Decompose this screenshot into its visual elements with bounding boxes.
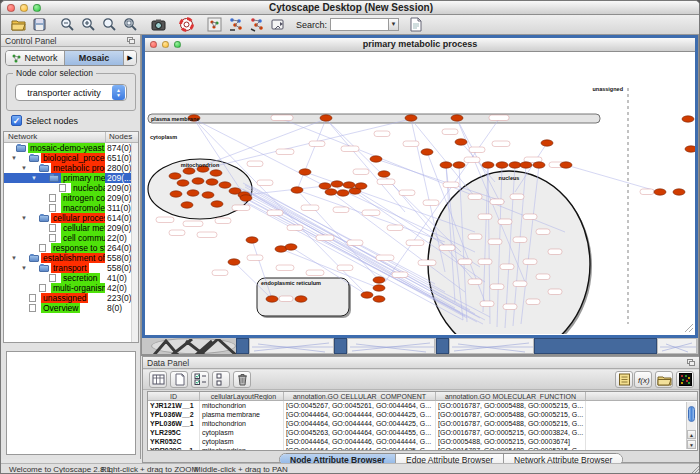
tree-row[interactable]: mosaic-demo-yeast874(0)	[4, 143, 138, 153]
table-row[interactable]: YJR121W__1mitochondrion[GO:0045267, GO:0…	[148, 401, 697, 410]
table-cell[interactable]: plasma membrane	[200, 410, 284, 419]
zoom-in-icon[interactable]	[80, 16, 97, 33]
zoom-out-icon[interactable]	[59, 16, 76, 33]
column-header[interactable]: annotation.GO CELLULAR_COMPONENT	[284, 392, 436, 401]
network-canvas[interactable]: plasma membranecytoplasmmitochondrionnuc…	[145, 52, 695, 334]
table-cell[interactable]: [GO:0044464, GO:0044444, GO:0044425, G..…	[284, 419, 436, 428]
background-window-fragment[interactable]	[236, 338, 249, 354]
view-settings-icon[interactable]	[269, 16, 286, 33]
scroll-down-icon[interactable]: ▼	[687, 440, 696, 449]
background-window-fragment[interactable]	[249, 338, 334, 354]
tree-row[interactable]: nitrogen compo209(0)	[4, 193, 138, 203]
scroll-up-icon[interactable]: ▲	[687, 430, 696, 439]
tree-row[interactable]: unassigned223(0)	[4, 293, 138, 303]
table-cell[interactable]	[586, 428, 697, 437]
tree-row[interactable]: ▼primary metabol209(...	[4, 173, 138, 183]
table-cell[interactable]	[586, 446, 697, 451]
background-window-fragment[interactable]	[534, 338, 657, 354]
column-header[interactable]: _cellularLayoutRegion	[200, 392, 284, 401]
table-cell[interactable]: mitochondrion	[200, 401, 284, 410]
table-cell[interactable]: [GO:0005488, GO:0005215, GO:0003674]	[436, 437, 586, 446]
window-titlebar[interactable]: Cytoscape Desktop (New Session)	[1, 1, 700, 15]
table-scrollbar-thumb[interactable]	[688, 406, 695, 422]
table-cell[interactable]: YPL036W__2	[148, 410, 200, 419]
attribute-document-icon[interactable]	[407, 16, 424, 33]
zoom-fit-icon[interactable]	[122, 16, 139, 33]
table-cell[interactable]: mitochondrion	[200, 419, 284, 428]
disclosure-triangle-icon[interactable]: ▼	[31, 175, 37, 181]
table-cell[interactable]: [GO:0044464, GO:0044444, GO:0044425, G..…	[284, 446, 436, 451]
table-cell[interactable]: YLR295C	[148, 428, 200, 437]
open-file-icon[interactable]	[10, 16, 27, 33]
tree-row[interactable]: nucleobase-209(0)	[4, 183, 138, 193]
snapshot-camera-icon[interactable]	[150, 16, 167, 33]
select-attributes-icon[interactable]	[191, 371, 209, 388]
network-view-titlebar[interactable]: primary metabolic process	[145, 38, 695, 52]
table-cell[interactable]: [GO:0044464, GO:0044446, GO:0044444, G..…	[284, 437, 436, 446]
tree-row[interactable]: cellular metabol209(0)	[4, 223, 138, 233]
search-input[interactable]	[330, 18, 388, 31]
formula-builder-icon[interactable]: f(x)	[634, 371, 652, 388]
table-cell[interactable]: YPL036W__1	[148, 419, 200, 428]
table-row[interactable]: YPL036W__2plasma membrane[GO:0044464, GO…	[148, 410, 697, 419]
table-row[interactable]: YLR295Ccytoplasm[GO:0045263, GO:0044464,…	[148, 428, 697, 437]
tree-row[interactable]: secretion41(0)	[4, 273, 138, 283]
column-header[interactable]: ID	[148, 392, 200, 401]
tree-row[interactable]: multi-organism pro42(0)	[4, 283, 138, 293]
save-icon[interactable]	[31, 16, 48, 33]
birds-eye-view[interactable]	[6, 351, 136, 455]
tree-row[interactable]: ▼metabolic process280(0)	[4, 163, 138, 173]
table-cell[interactable]	[586, 410, 697, 419]
column-layout-icon[interactable]	[149, 371, 167, 388]
table-cell[interactable]: cytoplasm	[200, 437, 284, 446]
disclosure-triangle-icon[interactable]: ▼	[21, 215, 27, 221]
tree-row[interactable]: ▼cellular process614(0)	[4, 213, 138, 223]
tab-network[interactable]: Network	[6, 51, 65, 65]
search-dropdown-arrow-icon[interactable]: ▼	[388, 18, 399, 31]
zoom-selected-icon[interactable]	[101, 16, 118, 33]
tree-row[interactable]: macromolecule311(0)	[4, 203, 138, 213]
tab-mosaic[interactable]: Mosaic	[65, 51, 124, 65]
table-cell[interactable]: YJR121W__1	[148, 401, 200, 410]
disclosure-triangle-icon[interactable]: ▼	[11, 255, 17, 261]
background-window-fragment[interactable]	[347, 338, 435, 354]
tab-overflow-arrow-icon[interactable]: ▶	[124, 51, 136, 65]
table-cell[interactable]: [GO:0016787, GO:0005488, GO:0005215, G..…	[436, 410, 586, 419]
table-cell[interactable]	[586, 419, 697, 428]
column-header[interactable]: annotation.GO MOLECULAR_FUNCTION	[436, 392, 586, 401]
table-cell[interactable]: mitochondrion	[200, 446, 284, 451]
help-lifesaver-icon[interactable]	[178, 16, 195, 33]
table-cell[interactable]: [GO:0016787, GO:0005488, GO:0005215, G..…	[436, 419, 586, 428]
disclosure-triangle-icon[interactable]: ▼	[21, 265, 27, 271]
background-window-fragment[interactable]	[436, 338, 449, 354]
table-row[interactable]: YKR052Ccytoplasm[GO:0044464, GO:0044446,…	[148, 437, 697, 446]
table-cell[interactable]: [GO:0045263, GO:0044464, GO:0044455, G..…	[284, 428, 436, 437]
tree-row[interactable]: response to stimulu264(0)	[4, 243, 138, 253]
import-network-icon[interactable]	[227, 16, 244, 33]
table-cell[interactable]: [GO:0016787, GO:0005215, GO:0003824, G..…	[436, 428, 586, 437]
background-window-fragment[interactable]	[657, 338, 697, 354]
node-color-dropdown[interactable]: transporter activity ▲▼	[15, 84, 127, 101]
unselect-attributes-icon[interactable]	[212, 371, 230, 388]
table-cell[interactable]: [GO:0045267, GO:0045261, GO:0044464, G..…	[284, 401, 436, 410]
tree-row[interactable]: ▼transport558(0)	[4, 263, 138, 273]
tree-row[interactable]: Overview8(0)	[4, 303, 138, 313]
table-cell[interactable]	[586, 437, 697, 446]
table-cell[interactable]	[586, 401, 697, 410]
background-window-fragment[interactable]	[151, 338, 236, 354]
table-cell[interactable]: cytoplasm	[200, 428, 284, 437]
select-nodes-checkbox[interactable]: ✓	[11, 115, 22, 126]
column-header[interactable]	[586, 392, 697, 401]
table-cell[interactable]: [GO:0016787, GO:0005488, GO:0005215, G..…	[436, 446, 586, 451]
delete-attribute-icon[interactable]	[233, 371, 251, 388]
table-cell[interactable]: YDR039C__1	[148, 446, 200, 451]
tree-row[interactable]: ▼establishment of lo558(0)	[4, 253, 138, 263]
float-window-icon[interactable]	[127, 37, 136, 45]
disclosure-triangle-icon[interactable]: ▼	[21, 165, 27, 171]
import-attributes-icon[interactable]	[655, 371, 673, 388]
data-panel-float-icon[interactable]	[687, 359, 696, 367]
tree-row[interactable]: ▼biological_process651(0)	[4, 153, 138, 163]
background-window-fragment[interactable]	[334, 338, 347, 354]
tree-scrollbar[interactable]	[131, 143, 138, 342]
background-window-fragment[interactable]	[449, 338, 534, 354]
